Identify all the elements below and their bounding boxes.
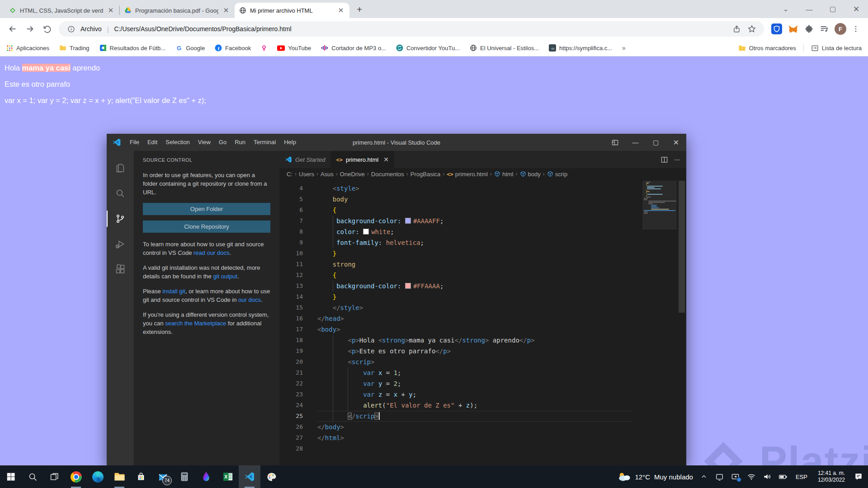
menu-item-help[interactable]: Help xyxy=(280,134,300,151)
code-line[interactable]: 14 } xyxy=(279,291,686,302)
browser-menu-icon[interactable] xyxy=(852,25,860,33)
bookmark-item[interactable]: Convertidor YouTu... xyxy=(396,44,460,52)
menu-item-file[interactable]: File xyxy=(126,134,143,151)
taskbar-explorer-button[interactable] xyxy=(108,465,130,488)
code-line[interactable]: 17<body> xyxy=(279,324,686,335)
tray-screenshare-icon[interactable] xyxy=(731,472,741,482)
taskbar-excel-button[interactable]: X xyxy=(217,465,239,488)
code-line[interactable]: 13 background-color: #FFAAAA; xyxy=(279,281,686,291)
taskbar-chrome-button[interactable] xyxy=(65,465,87,488)
code-line[interactable]: 5 body xyxy=(279,194,686,205)
clone-repository-button[interactable]: Clone Repository xyxy=(143,221,270,233)
code-line[interactable]: 26</body> xyxy=(279,422,686,432)
code-line[interactable]: 21 var x = 1; xyxy=(279,367,686,378)
menu-item-run[interactable]: Run xyxy=(231,134,250,151)
profile-avatar[interactable]: F xyxy=(835,23,846,35)
code-line[interactable]: 19 <p>Este es otro parrafo</p> xyxy=(279,346,686,357)
editor-tab-close-icon[interactable]: ✕ xyxy=(383,156,389,163)
breadcrumb-item[interactable]: ProgBasica xyxy=(410,171,440,178)
code-line[interactable]: 24 alert("El valor de Z es" + z); xyxy=(279,400,686,411)
taskbar-paint-button[interactable] xyxy=(260,465,282,488)
code-line[interactable]: 12 { xyxy=(279,270,686,281)
taskbar-start-button[interactable] xyxy=(0,465,22,488)
explorer-icon[interactable] xyxy=(107,155,134,181)
breadcrumb-item[interactable]: Asus xyxy=(321,171,334,178)
code-line[interactable]: 8 color: white; xyxy=(279,226,686,237)
taskbar-search-button[interactable] xyxy=(22,465,43,488)
tab-close-icon[interactable]: ✕ xyxy=(222,6,230,14)
breadcrumb-item[interactable]: scrip xyxy=(547,171,567,178)
search-icon[interactable] xyxy=(107,181,134,206)
breadcrumb-item[interactable]: Users xyxy=(299,171,314,178)
bookmark-item[interactable]: Cortador de MP3 o... xyxy=(321,44,386,52)
code-line[interactable]: 4 <style> xyxy=(279,183,686,194)
breadcrumb-item[interactable]: Documentos xyxy=(371,171,404,178)
code-line[interactable]: 16</head> xyxy=(279,313,686,324)
site-info-icon[interactable] xyxy=(65,23,77,35)
share-icon[interactable] xyxy=(731,23,742,35)
vscode-titlebar[interactable]: FileEditSelectionViewGoRunTerminalHelp p… xyxy=(107,134,686,151)
code-line[interactable]: 6 { xyxy=(279,205,686,216)
new-tab-button[interactable]: + xyxy=(353,3,366,16)
url-text[interactable]: C:/Users/Asus/OneDrive/Documentos/ProgBa… xyxy=(114,25,727,33)
code-line[interactable]: 15 </style> xyxy=(279,302,686,313)
extensions-puzzle-icon[interactable] xyxy=(804,24,814,34)
metamask-icon[interactable] xyxy=(788,23,799,35)
menu-item-edit[interactable]: Edit xyxy=(143,134,161,151)
browser-maximize-button[interactable]: ▢ xyxy=(821,5,844,13)
code-line[interactable]: 23 var z = x + y; xyxy=(279,389,686,400)
sidebar-link[interactable]: our docs xyxy=(238,296,261,303)
tab-close-icon[interactable]: ✕ xyxy=(107,6,115,14)
tray-connect-icon[interactable] xyxy=(715,472,725,482)
tray-wifi-icon[interactable] xyxy=(746,472,756,482)
bookmark-item[interactable]: YouTube xyxy=(277,45,311,52)
vscode-close-button[interactable]: ✕ xyxy=(666,134,686,151)
bookmarks-overflow-chevron[interactable]: » xyxy=(622,44,625,52)
editor-scrollbar-thumb[interactable] xyxy=(679,181,685,313)
split-editor-icon[interactable] xyxy=(661,156,668,163)
code-editor[interactable]: 4 <style>5 body6 {7 background-color: #A… xyxy=(279,180,686,465)
taskbar-task-view-button[interactable] xyxy=(43,465,65,488)
language-indicator[interactable]: ESP xyxy=(796,474,807,480)
menu-item-selection[interactable]: Selection xyxy=(161,134,193,151)
notification-center-icon[interactable] xyxy=(854,472,863,482)
taskbar-paint3d-button[interactable] xyxy=(195,465,217,488)
run-debug-icon[interactable] xyxy=(107,231,134,257)
back-button[interactable] xyxy=(5,21,21,37)
tab-close-icon[interactable]: ✕ xyxy=(337,6,345,14)
code-line[interactable]: 7 background-color: #AAAAFF; xyxy=(279,216,686,226)
tray-chevron-icon[interactable] xyxy=(699,472,709,482)
bookmark-item[interactable]: Resultados de Fútb... xyxy=(99,44,166,52)
sidebar-link[interactable]: read our docs xyxy=(193,249,230,256)
code-line[interactable]: 9 font-family: helvetica; xyxy=(279,237,686,248)
breadcrumb-item[interactable]: html xyxy=(494,171,514,178)
breadcrumb-item[interactable]: body xyxy=(520,171,541,178)
browser-minimize-button[interactable]: — xyxy=(797,5,821,13)
bookmark-item[interactable]: fFacebook xyxy=(215,44,251,52)
address-bar[interactable]: Archivo | C:/Users/Asus/OneDrive/Documen… xyxy=(59,21,764,37)
weather-widget[interactable]: 12°C Muy nublado xyxy=(618,471,693,482)
bitwarden-icon[interactable] xyxy=(771,23,782,34)
code-line[interactable]: 28 xyxy=(279,443,686,454)
reading-list-item[interactable]: Lista de lectura xyxy=(811,44,862,52)
vscode-minimize-button[interactable]: — xyxy=(625,134,646,151)
code-line[interactable]: 27</html> xyxy=(279,432,686,443)
breadcrumb-item[interactable]: C: xyxy=(287,171,292,178)
other-bookmarks-folder[interactable]: Otros marcadores xyxy=(738,45,796,52)
minimap[interactable] xyxy=(644,182,675,254)
reload-button[interactable] xyxy=(39,21,55,37)
code-line[interactable]: 25 </scrip> xyxy=(279,411,686,422)
menu-item-terminal[interactable]: Terminal xyxy=(250,134,280,151)
browser-tab-1[interactable]: HTML, CSS, JavaScript de verdad✕ xyxy=(5,3,119,18)
extensions-icon[interactable] xyxy=(107,257,134,282)
sidebar-link[interactable]: search the Marketplace xyxy=(165,320,226,327)
menu-item-go[interactable]: Go xyxy=(215,134,231,151)
more-actions-icon[interactable]: ⋯ xyxy=(674,156,680,163)
media-playlist-icon[interactable] xyxy=(819,24,829,34)
bookmark-item[interactable]: Trading xyxy=(59,45,90,52)
menu-item-view[interactable]: View xyxy=(194,134,215,151)
tray-battery-icon[interactable] xyxy=(778,472,788,482)
layout-icon[interactable] xyxy=(605,134,625,151)
open-folder-button[interactable]: Open Folder xyxy=(143,203,270,215)
source-control-icon[interactable] xyxy=(107,206,134,231)
